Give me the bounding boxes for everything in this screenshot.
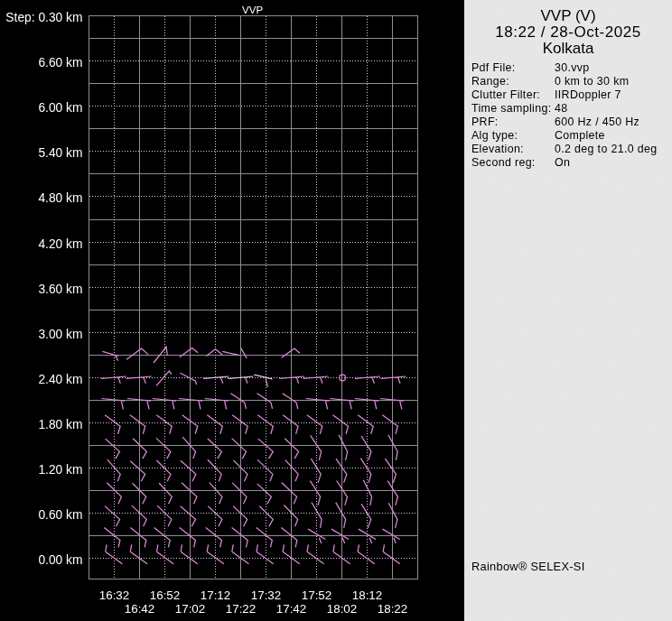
svg-text:6.00 km: 6.00 km bbox=[38, 101, 82, 115]
svg-text:1.20 km: 1.20 km bbox=[38, 463, 82, 477]
svg-text:0.00 km: 0.00 km bbox=[38, 553, 82, 567]
svg-text:5.40 km: 5.40 km bbox=[38, 146, 82, 160]
svg-text:18:02: 18:02 bbox=[327, 602, 358, 616]
svg-text:3.00 km: 3.00 km bbox=[38, 328, 82, 341]
svg-text:18:22: 18:22 bbox=[378, 602, 408, 616]
svg-text:16:42: 16:42 bbox=[125, 602, 155, 616]
svg-text:1.80 km: 1.80 km bbox=[38, 418, 82, 431]
svg-text:17:32: 17:32 bbox=[251, 589, 282, 602]
svg-text:17:02: 17:02 bbox=[175, 602, 206, 616]
svg-text:18:12: 18:12 bbox=[352, 589, 383, 602]
svg-text:16:52: 16:52 bbox=[150, 589, 181, 602]
svg-text:0.60 km: 0.60 km bbox=[38, 508, 82, 522]
svg-text:6.60 km: 6.60 km bbox=[38, 56, 82, 70]
svg-text:2.40 km: 2.40 km bbox=[38, 373, 82, 386]
svg-text:4.20 km: 4.20 km bbox=[38, 237, 82, 251]
svg-text:4.80 km: 4.80 km bbox=[38, 191, 82, 205]
svg-text:VVP: VVP bbox=[242, 5, 263, 15]
svg-text:17:42: 17:42 bbox=[276, 602, 307, 616]
svg-text:17:52: 17:52 bbox=[302, 589, 332, 602]
svg-text:17:12: 17:12 bbox=[201, 589, 231, 602]
svg-text:16:32: 16:32 bbox=[99, 589, 130, 602]
svg-text:17:22: 17:22 bbox=[226, 602, 257, 616]
svg-text:Step: 0.30 km: Step: 0.30 km bbox=[5, 11, 82, 24]
svg-text:3.60 km: 3.60 km bbox=[38, 283, 82, 296]
